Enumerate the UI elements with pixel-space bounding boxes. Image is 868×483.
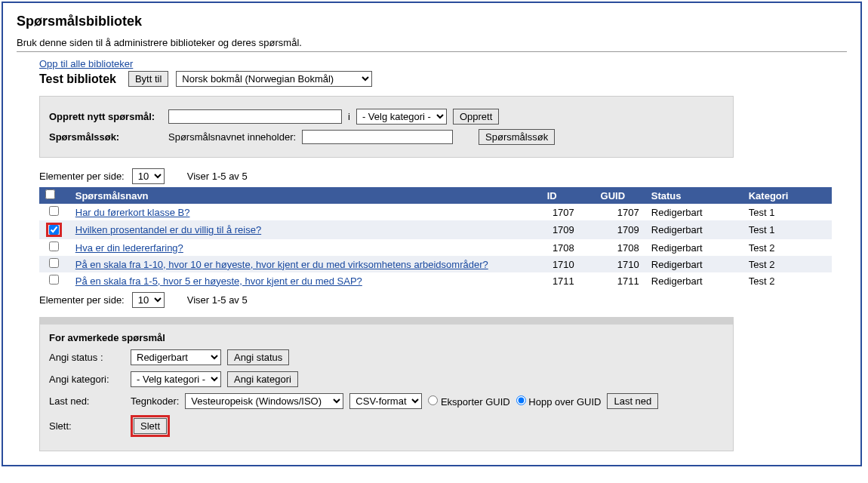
checkbox-highlight-box — [46, 223, 62, 237]
per-page-label-bottom: Elementer per side: — [39, 294, 125, 306]
table-row: På en skala fra 1-10, hvor 10 er høyeste… — [39, 256, 832, 272]
delete-button[interactable]: Slett — [134, 418, 167, 434]
table-row: Hva er din ledererfaring?17081708Rediger… — [39, 239, 832, 256]
page-subtitle: Bruk denne siden til å administrere bibl… — [17, 37, 847, 48]
header-status: Status — [645, 187, 743, 204]
delete-highlight-box: Slett — [131, 415, 170, 437]
library-name: Test bibliotek — [39, 72, 116, 86]
create-label: Opprett nytt spørsmål: — [49, 111, 162, 122]
search-input[interactable] — [302, 130, 453, 144]
search-button[interactable]: Spørsmålssøk — [479, 129, 555, 145]
status-select[interactable]: Redigerbart — [131, 349, 221, 365]
row-checkbox[interactable] — [49, 258, 59, 268]
create-button[interactable]: Opprett — [453, 109, 499, 125]
skip-guid-radio[interactable] — [516, 395, 526, 405]
table-row: Hvilken prosentandel er du villig til å … — [39, 220, 832, 239]
row-id: 1710 — [524, 256, 580, 272]
row-guid: 1709 — [580, 220, 645, 239]
set-status-button[interactable]: Angi status — [227, 349, 289, 365]
header-category: Kategori — [743, 187, 832, 204]
table-row: Har du førerkort klasse B?17071707Redige… — [39, 204, 832, 220]
row-guid: 1710 — [580, 256, 645, 272]
question-link[interactable]: Hvilken prosentandel er du villig til å … — [75, 224, 261, 235]
create-question-input[interactable] — [168, 109, 342, 124]
row-checkbox[interactable] — [49, 225, 59, 235]
header-name: Spørsmålsnavn — [69, 187, 524, 204]
row-category: Test 2 — [743, 272, 832, 289]
row-checkbox[interactable] — [49, 206, 59, 216]
row-id: 1708 — [524, 239, 580, 256]
per-page-label-top: Elementer per side: — [39, 171, 125, 182]
download-button[interactable]: Last ned — [607, 393, 658, 409]
page-title: Spørsmålsbibliotek — [17, 14, 847, 29]
search-label: Spørsmålssøk: — [49, 131, 162, 143]
row-id: 1711 — [524, 272, 580, 289]
row-guid: 1711 — [580, 272, 645, 289]
set-category-button[interactable]: Angi kategori — [227, 371, 298, 387]
question-link[interactable]: På en skala fra 1-5, hvor 5 er høyeste, … — [75, 275, 362, 287]
status-row-label: Angi status : — [49, 352, 125, 363]
table-row: På en skala fra 1-5, hvor 5 er høyeste, … — [39, 272, 832, 289]
showing-bottom: Viser 1-5 av 5 — [187, 294, 248, 306]
format-select[interactable]: CSV-format — [349, 393, 422, 409]
row-status: Redigerbart — [645, 220, 743, 239]
select-all-checkbox[interactable] — [45, 189, 55, 199]
showing-top: Viser 1-5 av 5 — [187, 171, 248, 182]
row-status: Redigerbart — [645, 204, 743, 220]
export-guid-option[interactable]: Eksporter GUID — [428, 395, 509, 408]
questions-table: Spørsmålsnavn ID GUID Status Kategori Ha… — [39, 187, 832, 289]
switch-language-button[interactable]: Bytt til — [128, 71, 168, 87]
per-page-select-bottom[interactable]: 10 — [132, 292, 165, 308]
up-to-libraries-link[interactable]: Opp til alle biblioteker — [39, 58, 133, 69]
row-guid: 1707 — [580, 204, 645, 220]
row-status: Redigerbart — [645, 239, 743, 256]
row-category: Test 1 — [743, 204, 832, 220]
row-id: 1707 — [524, 204, 580, 220]
create-in-label: i — [348, 111, 350, 122]
row-checkbox[interactable] — [49, 275, 59, 285]
category-row-label: Angi kategori: — [49, 374, 125, 385]
per-page-select-top[interactable]: 10 — [132, 168, 165, 184]
question-link[interactable]: Har du førerkort klasse B? — [75, 207, 190, 218]
bulk-actions-header: For avmerkede spørsmål — [49, 332, 724, 343]
row-status: Redigerbart — [645, 272, 743, 289]
export-guid-radio[interactable] — [428, 395, 438, 405]
row-category: Test 1 — [743, 220, 832, 239]
create-category-select[interactable]: - Velg kategori - — [356, 109, 447, 125]
divider — [17, 51, 847, 52]
language-select[interactable]: Norsk bokmål (Norwegian Bokmål) — [176, 71, 372, 87]
delete-row-label: Slett: — [49, 420, 125, 432]
question-link[interactable]: Hva er din ledererfaring? — [75, 242, 183, 254]
create-search-panel: Opprett nytt spørsmål: i - Velg kategori… — [39, 96, 734, 158]
row-category: Test 2 — [743, 256, 832, 272]
header-guid: GUID — [580, 187, 645, 204]
row-status: Redigerbart — [645, 256, 743, 272]
skip-guid-option[interactable]: Hopp over GUID — [516, 395, 602, 408]
row-id: 1709 — [524, 220, 580, 239]
encoding-label: Tegnkoder: — [131, 395, 179, 407]
row-guid: 1708 — [580, 239, 645, 256]
encoding-select[interactable]: Vesteuropeisk (Windows/ISO) — [185, 393, 343, 409]
category-select[interactable]: - Velg kategori - — [131, 371, 221, 387]
export-guid-label: Eksporter GUID — [441, 396, 510, 408]
search-contains-label: Spørsmålsnavnet inneholder: — [168, 131, 296, 143]
download-row-label: Last ned: — [49, 395, 125, 407]
question-link[interactable]: På en skala fra 1-10, hvor 10 er høyeste… — [75, 259, 488, 270]
skip-guid-label: Hopp over GUID — [528, 396, 601, 408]
row-category: Test 2 — [743, 239, 832, 256]
bulk-actions-panel: For avmerkede spørsmål Angi status : Red… — [39, 317, 734, 451]
header-id: ID — [524, 187, 580, 204]
row-checkbox[interactable] — [49, 242, 59, 251]
